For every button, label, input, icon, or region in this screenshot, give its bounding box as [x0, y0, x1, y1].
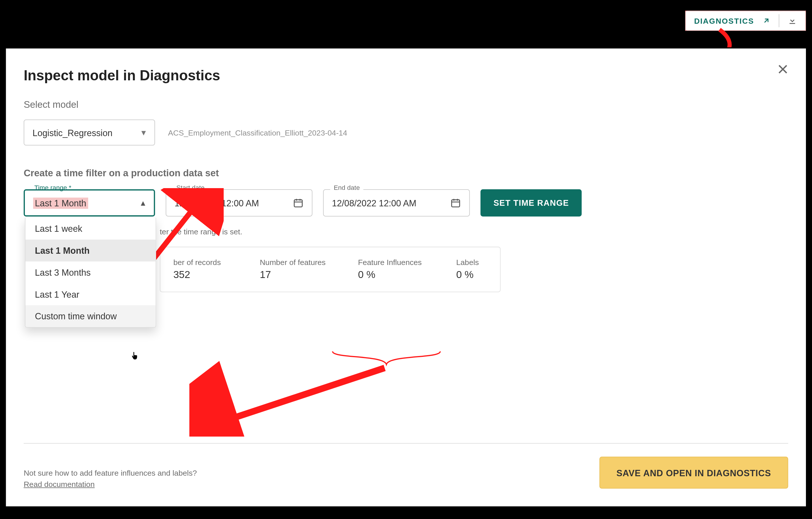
model-context-text: ACS_Employment_Classification_Elliott_20… — [168, 128, 347, 137]
select-model-label: Select model — [24, 99, 788, 110]
diagnostics-label: DIAGNOSTICS — [694, 16, 754, 25]
time-range-option[interactable]: Last 3 Months — [25, 262, 155, 283]
time-range-option[interactable]: Custom time window — [25, 305, 155, 327]
modal-title: Inspect model in Diagnostics — [24, 67, 788, 84]
svg-rect-1 — [294, 200, 302, 207]
after-set-hint: ter the time range is set. — [160, 227, 788, 236]
end-date-input[interactable]: 12/08/2022 12:00 AM — [323, 189, 470, 216]
divider — [24, 443, 788, 444]
time-range-selected: Last 1 Month — [33, 197, 88, 209]
model-select-value: Logistic_Regression — [33, 127, 113, 138]
stats-feat-infl-value: 0 % — [358, 269, 453, 281]
divider — [779, 14, 779, 27]
start-date-input[interactable]: 12/02/2022 12:00 AM — [166, 189, 313, 216]
footer-help: Not sure how to add feature influences a… — [24, 468, 197, 489]
svg-rect-0 — [789, 23, 795, 24]
close-icon — [777, 63, 789, 76]
download-icon[interactable] — [787, 16, 797, 25]
read-documentation-link[interactable]: Read documentation — [24, 480, 95, 489]
time-filter-label: Create a time filter on a production dat… — [24, 168, 788, 179]
calendar-icon — [451, 198, 461, 208]
chevron-up-icon: ▴ — [141, 198, 145, 208]
stats-feat-infl-label: Feature Influences — [358, 258, 453, 267]
time-range-select[interactable]: Last 1 Month ▴ Last 1 week Last 1 Month … — [24, 189, 155, 216]
stats-box: ber of records 352 Number of features 17… — [160, 247, 501, 293]
model-select[interactable]: Logistic_Regression ▾ — [24, 119, 155, 145]
stats-num-records-value: 352 — [173, 269, 256, 281]
set-time-range-button[interactable]: SET TIME RANGE — [481, 189, 582, 216]
calendar-icon — [293, 198, 303, 208]
inspect-model-modal: Inspect model in Diagnostics Select mode… — [5, 48, 807, 508]
start-date-float-label: Start date — [173, 184, 208, 191]
stats-num-features-label: Number of features — [260, 258, 355, 267]
time-range-dropdown: Last 1 week Last 1 Month Last 3 Months L… — [25, 218, 156, 328]
start-date-value: 12/02/2022 12:00 AM — [175, 198, 259, 208]
footer-help-question: Not sure how to add feature influences a… — [24, 468, 197, 478]
time-range-option[interactable]: Last 1 week — [25, 218, 155, 240]
diagnostics-chip[interactable]: DIAGNOSTICS — [685, 11, 806, 31]
end-date-float-label: End date — [330, 184, 364, 191]
svg-rect-2 — [452, 200, 460, 207]
external-link-icon — [762, 17, 771, 25]
time-range-option[interactable]: Last 1 Year — [25, 283, 155, 305]
end-date-value: 12/08/2022 12:00 AM — [332, 198, 416, 208]
chevron-down-icon: ▾ — [141, 127, 146, 138]
stats-num-records-label: ber of records — [173, 258, 256, 267]
stats-labels-label: Labels — [456, 258, 521, 267]
stats-num-features-value: 17 — [260, 269, 355, 281]
time-range-option[interactable]: Last 1 Month — [25, 240, 155, 262]
save-open-diagnostics-button[interactable]: SAVE AND OPEN IN DIAGNOSTICS — [599, 457, 788, 489]
stats-labels-value: 0 % — [456, 269, 521, 281]
close-button[interactable] — [777, 63, 789, 76]
